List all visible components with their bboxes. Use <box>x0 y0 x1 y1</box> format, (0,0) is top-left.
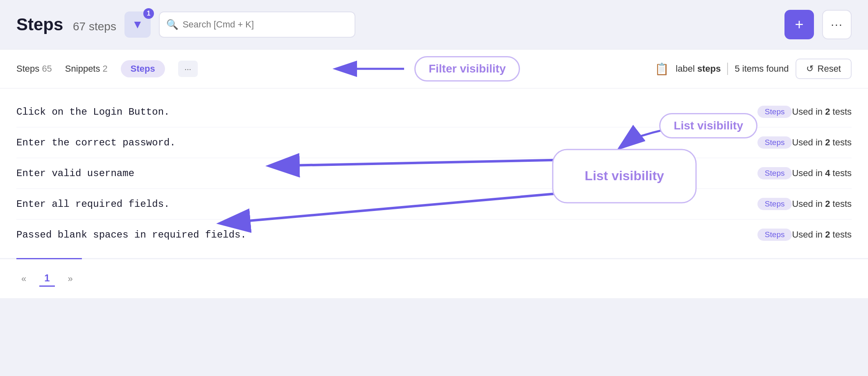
item-badge: Steps <box>757 106 792 118</box>
filter-button[interactable]: 1 ▼ <box>124 11 151 38</box>
next-page-button[interactable]: » <box>63 272 78 286</box>
item-usage: Used in 4 tests <box>792 168 852 179</box>
list-visibility-label: List visibility <box>659 113 757 138</box>
snippets-tab[interactable]: Snippets 2 <box>65 60 108 77</box>
list-annotation-area: List visibility <box>614 117 753 158</box>
filter-visibility-label: Filter visibility <box>414 56 520 82</box>
filter-status: 📋 label steps 5 items found ↺ Reset <box>655 59 852 79</box>
search-input[interactable] <box>159 11 355 38</box>
page-title: Steps 67 steps <box>16 15 116 34</box>
search-wrapper: 🔍 <box>159 11 355 38</box>
item-text: Enter valid username <box>16 168 752 179</box>
filter-icon: ▼ <box>132 18 143 31</box>
steps-count: 65 <box>42 63 52 74</box>
item-badge: Steps <box>757 198 792 210</box>
divider <box>727 63 728 75</box>
item-badge: Steps <box>757 167 792 179</box>
item-usage: Used in 2 tests <box>792 106 852 117</box>
item-badge: Steps <box>757 229 792 241</box>
search-icon: 🔍 <box>166 19 179 30</box>
list-item[interactable]: Enter all required fields. Steps Used in… <box>16 189 852 220</box>
label-icon: 📋 <box>655 62 669 76</box>
tab-more-button[interactable]: ··· <box>178 61 198 77</box>
item-usage: Used in 2 tests <box>792 137 852 148</box>
sub-header: Steps 65 Snippets 2 Steps ··· Filter vis… <box>0 49 868 88</box>
active-steps-tab[interactable]: Steps <box>121 60 165 77</box>
items-found: 5 items found <box>735 63 789 74</box>
list-item[interactable]: Passed blank spaces in required fields. … <box>16 220 852 250</box>
filter-annotation-area: Filter visibility <box>211 56 642 82</box>
step-count: 67 steps <box>73 20 116 33</box>
item-text: Click on the Login Button. <box>16 106 752 118</box>
pagination: « 1 » <box>0 259 868 298</box>
item-text: Passed blank spaces in required fields. <box>16 229 752 240</box>
prev-page-button[interactable]: « <box>16 272 31 286</box>
more-options-button[interactable]: ··· <box>822 10 852 39</box>
filter-arrow-icon <box>332 57 406 81</box>
snippets-count: 2 <box>103 63 108 74</box>
item-badge: Steps <box>757 136 792 149</box>
steps-tab-count[interactable]: Steps 65 <box>16 60 52 77</box>
item-text: Enter all required fields. <box>16 199 752 210</box>
header: Steps 67 steps 1 ▼ 🔍 + ··· <box>0 0 868 49</box>
add-button[interactable]: + <box>784 10 814 39</box>
main-content: Click on the Login Button. Steps Used in… <box>0 88 868 258</box>
filter-label-text: label steps <box>676 63 721 74</box>
filter-badge: 1 <box>143 8 154 19</box>
item-usage: Used in 2 tests <box>792 229 852 240</box>
page-1-button[interactable]: 1 <box>39 271 54 287</box>
reset-icon: ↺ <box>806 63 814 74</box>
item-usage: Used in 2 tests <box>792 199 852 209</box>
list-item[interactable]: Enter valid username Steps Used in 4 tes… <box>16 158 852 189</box>
reset-button[interactable]: ↺ Reset <box>796 59 852 79</box>
